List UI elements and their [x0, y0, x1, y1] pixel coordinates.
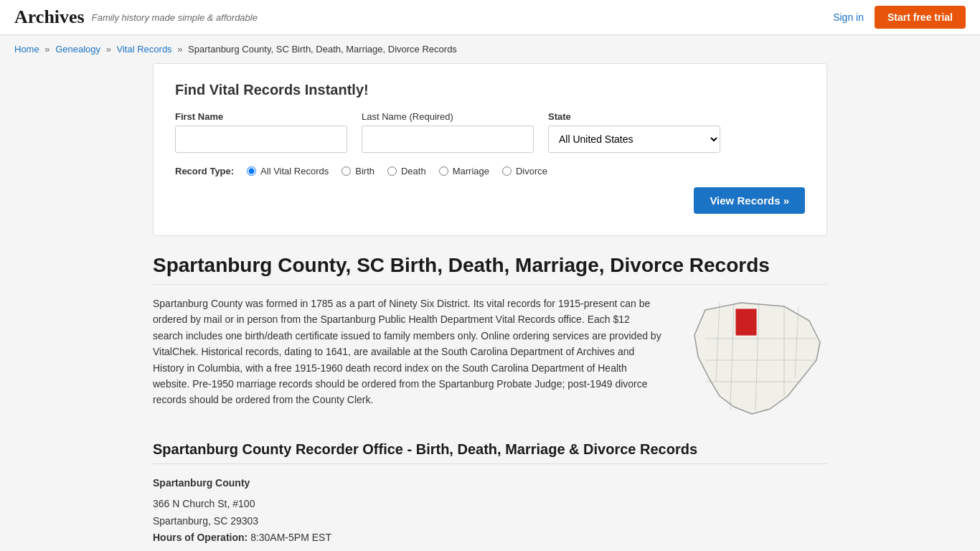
- state-group: State All United States: [548, 111, 720, 153]
- sc-map-container: [684, 296, 827, 420]
- radio-birth-input[interactable]: [341, 166, 351, 176]
- office-address2: Spartanburg, SC 29303: [153, 513, 827, 530]
- radio-death-label: Death: [401, 166, 426, 176]
- search-title: Find Vital Records Instantly!: [175, 82, 805, 98]
- hours-value-text: 8:30AM-5PM EST: [250, 532, 331, 543]
- state-label: State: [548, 111, 720, 122]
- logo: Archives: [14, 6, 85, 28]
- breadcrumb-vital-records[interactable]: Vital Records: [117, 44, 172, 55]
- header-right: Sign in Start free trial: [833, 6, 966, 29]
- breadcrumb-home[interactable]: Home: [14, 44, 39, 55]
- header-left: Archives Family history made simple & af…: [14, 6, 258, 28]
- header: Archives Family history made simple & af…: [0, 0, 980, 35]
- state-select[interactable]: All United States: [548, 126, 720, 153]
- radio-marriage-input[interactable]: [439, 166, 448, 176]
- last-name-label: Last Name (Required): [362, 111, 534, 122]
- breadcrumb-sep-1: »: [44, 44, 50, 55]
- spartanburg-highlight: [735, 309, 757, 336]
- sc-map-svg: [684, 296, 827, 418]
- search-box: Find Vital Records Instantly! First Name…: [153, 63, 827, 236]
- radio-marriage[interactable]: Marriage: [439, 166, 489, 176]
- record-type-label: Record Type:: [175, 166, 234, 176]
- radio-divorce[interactable]: Divorce: [502, 166, 547, 176]
- start-trial-button[interactable]: Start free trial: [875, 6, 966, 29]
- office-address1: 366 N Church St, #100: [153, 496, 827, 513]
- address-section: Spartanburg County 366 N Church St, #100…: [153, 475, 827, 547]
- description-text: Spartanburg County was formed in 1785 as…: [153, 296, 662, 420]
- view-records-button[interactable]: View Records »: [694, 187, 805, 214]
- radio-birth-label: Birth: [355, 166, 374, 176]
- radio-divorce-label: Divorce: [516, 166, 547, 176]
- radio-death[interactable]: Death: [387, 166, 426, 176]
- radio-birth[interactable]: Birth: [341, 166, 374, 176]
- radio-death-input[interactable]: [387, 166, 397, 176]
- record-type-row: Record Type: All Vital Records Birth Dea…: [175, 166, 805, 176]
- content-section: Spartanburg County was formed in 1785 as…: [153, 296, 827, 420]
- last-name-group: Last Name (Required): [362, 111, 534, 153]
- breadcrumb-genealogy[interactable]: Genealogy: [55, 44, 100, 55]
- radio-all-vital-input[interactable]: [247, 166, 256, 176]
- search-fields: First Name Last Name (Required) State Al…: [175, 111, 805, 153]
- search-actions: View Records »: [175, 187, 805, 214]
- first-name-input[interactable]: [175, 126, 347, 153]
- radio-divorce-input[interactable]: [502, 166, 512, 176]
- main-content: Find Vital Records Instantly! First Name…: [138, 63, 842, 551]
- radio-all-vital-label: All Vital Records: [260, 166, 329, 176]
- recorder-title: Spartanburg County Recorder Office - Bir…: [153, 441, 827, 464]
- sc-state-outline: [694, 303, 820, 414]
- first-name-label: First Name: [175, 111, 347, 122]
- breadcrumb: Home » Genealogy » Vital Records » Spart…: [0, 35, 980, 63]
- office-hours: Hours of Operation: 8:30AM-5PM EST: [153, 529, 827, 547]
- breadcrumb-sep-3: »: [177, 44, 182, 55]
- tagline: Family history made simple & affordable: [92, 12, 258, 23]
- sign-in-link[interactable]: Sign in: [833, 11, 864, 23]
- first-name-group: First Name: [175, 111, 347, 153]
- page-title: Spartanburg County, SC Birth, Death, Mar…: [153, 254, 827, 285]
- last-name-input[interactable]: [362, 126, 534, 153]
- radio-marriage-label: Marriage: [453, 166, 489, 176]
- breadcrumb-sep-2: »: [106, 44, 111, 55]
- sc-map: [684, 296, 827, 420]
- hours-label: Hours of Operation:: [153, 532, 248, 543]
- radio-all-vital[interactable]: All Vital Records: [247, 166, 329, 176]
- breadcrumb-current: Spartanburg County, SC Birth, Death, Mar…: [188, 44, 457, 55]
- office-name: Spartanburg County: [153, 475, 827, 492]
